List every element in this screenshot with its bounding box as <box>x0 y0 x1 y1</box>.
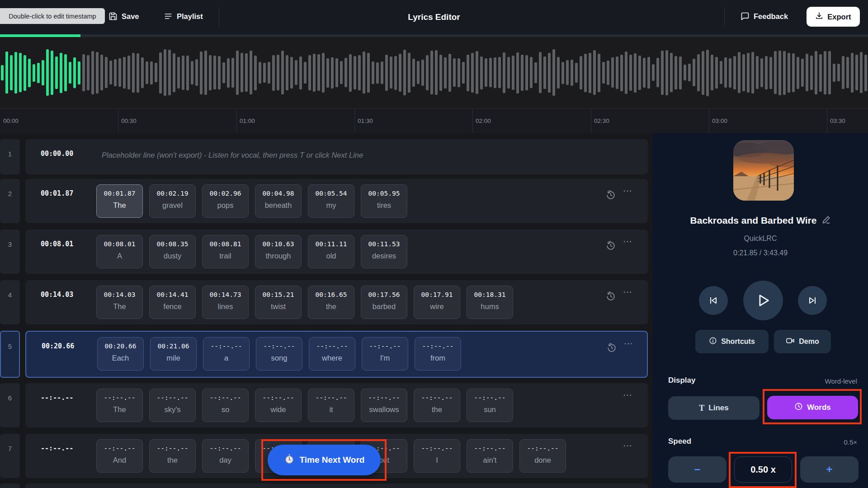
word-chip[interactable]: --:--.--from <box>415 337 461 371</box>
word-chip[interactable]: 00:18.31hums <box>467 286 513 319</box>
word-chip[interactable]: --:--.--ain't <box>467 439 513 473</box>
export-button[interactable]: Export <box>807 7 860 27</box>
word-timestamp[interactable]: 00:14.41 <box>150 291 195 298</box>
word-timestamp[interactable]: 00:08.81 <box>203 240 248 248</box>
row-menu-icon[interactable]: ⋯ <box>624 338 634 349</box>
word-chip[interactable]: --:--.--sky's <box>149 389 196 422</box>
word-chip[interactable]: 00:08.81trail <box>202 235 249 268</box>
word-chip[interactable]: 00:21.06mile <box>150 337 197 371</box>
word-chip[interactable]: --:--.--the <box>414 389 460 422</box>
word-chip[interactable]: --:--.--where <box>309 337 355 371</box>
word-chip[interactable]: --:--.--I <box>414 439 460 473</box>
word-timestamp[interactable]: 00:15.21 <box>255 291 301 298</box>
word-chip[interactable]: 00:15.21twist <box>255 286 302 319</box>
word-chip[interactable]: 00:17.56barbed <box>361 286 407 319</box>
word-chip[interactable]: --:--.--I'm <box>362 337 408 371</box>
word-timestamp[interactable]: 00:21.06 <box>151 343 196 350</box>
word-chip[interactable]: --:--.--so <box>202 389 249 422</box>
lyric-row[interactable] <box>25 483 648 488</box>
line-timestamp[interactable]: 00:20.66 <box>42 342 74 350</box>
word-timestamp[interactable]: --:--.-- <box>203 394 248 401</box>
word-timestamp[interactable]: 00:10.63 <box>255 240 301 248</box>
next-button[interactable] <box>798 286 827 315</box>
word-chip[interactable]: 00:17.91wire <box>414 286 460 319</box>
word-chip[interactable]: 00:14.73lines <box>202 286 249 319</box>
word-timestamp[interactable]: --:--.-- <box>520 445 566 452</box>
word-chip[interactable]: --:--.--the <box>149 439 196 473</box>
word-timestamp[interactable]: --:--.-- <box>203 445 248 452</box>
word-chip[interactable]: --:--.--And <box>96 439 143 473</box>
time-next-word-button[interactable]: Time Next Word <box>268 445 381 475</box>
word-timestamp[interactable]: 00:02.96 <box>203 190 248 197</box>
word-timestamp[interactable]: --:--.-- <box>256 343 302 350</box>
line-timestamp[interactable]: 00:01.87 <box>41 189 73 197</box>
word-chip[interactable]: 00:14.03The <box>96 286 143 319</box>
word-timestamp[interactable]: --:--.-- <box>150 445 195 452</box>
row-menu-icon[interactable]: ⋯ <box>623 389 633 400</box>
row-menu-icon[interactable]: ⋯ <box>623 440 633 451</box>
word-timestamp[interactable]: 00:18.31 <box>467 291 513 298</box>
word-chip[interactable]: --:--.--wide <box>255 389 302 422</box>
word-chip[interactable]: 00:11.53desires <box>361 235 407 268</box>
word-timestamp[interactable]: 00:14.03 <box>97 291 142 298</box>
row-menu-icon[interactable]: ⋯ <box>623 185 633 196</box>
retime-line-icon[interactable] <box>607 343 617 353</box>
word-chip[interactable]: 00:01.87The <box>96 184 143 218</box>
word-timestamp[interactable]: 00:20.66 <box>98 343 143 350</box>
word-timestamp[interactable]: --:--.-- <box>414 394 460 401</box>
row-menu-icon[interactable]: ⋯ <box>623 236 633 247</box>
lyric-row[interactable]: 00:00.00Placeholder line (won't export) … <box>25 139 648 174</box>
word-chip[interactable]: 00:11.11old <box>308 235 354 268</box>
retime-line-icon[interactable] <box>606 291 616 301</box>
demo-button[interactable]: Demo <box>774 330 831 353</box>
word-chip[interactable]: 00:08.35dusty <box>149 235 196 268</box>
line-timestamp[interactable]: --:--.-- <box>41 394 73 402</box>
word-timestamp[interactable]: 00:17.91 <box>414 291 460 298</box>
word-timestamp[interactable]: 00:11.11 <box>308 240 354 248</box>
word-chip[interactable]: 00:05.95tires <box>361 184 407 218</box>
word-timestamp[interactable]: 00:05.54 <box>308 190 354 197</box>
word-timestamp[interactable]: --:--.-- <box>361 394 407 401</box>
word-chip[interactable]: 00:20.66Each <box>97 337 144 371</box>
words-toggle-button[interactable]: Words <box>767 396 858 419</box>
word-chip[interactable]: 00:04.98beneath <box>255 184 302 218</box>
word-timestamp[interactable]: 00:01.87 <box>97 190 142 197</box>
retime-line-icon[interactable] <box>606 241 616 251</box>
word-timestamp[interactable]: --:--.-- <box>255 394 301 401</box>
word-chip[interactable]: 00:08.01A <box>96 235 143 268</box>
shortcuts-button[interactable]: Shortcuts <box>695 330 769 353</box>
word-timestamp[interactable]: 00:08.35 <box>150 240 195 248</box>
lines-toggle-button[interactable]: T Lines <box>668 396 760 420</box>
word-timestamp[interactable]: 00:04.98 <box>255 190 301 197</box>
speed-decrease-button[interactable]: − <box>668 456 726 483</box>
previous-button[interactable] <box>699 286 728 315</box>
word-timestamp[interactable]: 00:11.53 <box>361 240 407 248</box>
retime-line-icon[interactable] <box>606 190 616 200</box>
word-chip[interactable]: 00:16.65the <box>308 286 354 319</box>
lyric-row[interactable]: --:--.----:--.--The--:--.--sky's--:--.--… <box>25 383 648 427</box>
word-chip[interactable]: --:--.--The <box>96 389 143 422</box>
playlist-button[interactable]: Playlist <box>164 6 203 26</box>
audio-waveform[interactable] <box>0 37 868 108</box>
word-chip[interactable]: 00:05.54my <box>308 184 354 218</box>
word-timestamp[interactable]: --:--.-- <box>362 343 408 350</box>
line-timestamp[interactable]: --:--.-- <box>41 444 73 452</box>
word-timestamp[interactable]: --:--.-- <box>467 445 513 452</box>
word-timestamp[interactable]: --:--.-- <box>150 394 195 401</box>
word-chip[interactable]: 00:02.19gravel <box>149 184 196 218</box>
feedback-button[interactable]: Feedback <box>741 6 788 26</box>
line-timestamp[interactable]: 00:08.01 <box>41 240 73 248</box>
row-menu-icon[interactable]: ⋯ <box>623 286 633 297</box>
lyric-row[interactable]: 00:14.0300:14.03The00:14.41fence00:14.73… <box>25 280 648 324</box>
word-timestamp[interactable]: --:--.-- <box>203 343 249 350</box>
word-chip[interactable]: --:--.--a <box>203 337 250 371</box>
word-timestamp[interactable]: --:--.-- <box>467 394 513 401</box>
play-button[interactable] <box>743 281 783 320</box>
word-chip[interactable]: --:--.--day <box>202 439 249 473</box>
edit-title-icon[interactable] <box>822 216 830 226</box>
word-chip[interactable]: 00:02.96pops <box>202 184 249 218</box>
word-timestamp[interactable]: --:--.-- <box>309 343 355 350</box>
word-chip[interactable]: --:--.--it <box>308 389 354 422</box>
speed-increase-button[interactable]: + <box>800 456 859 483</box>
lyric-row[interactable]: 00:01.8700:01.87The00:02.19gravel00:02.9… <box>25 179 648 223</box>
